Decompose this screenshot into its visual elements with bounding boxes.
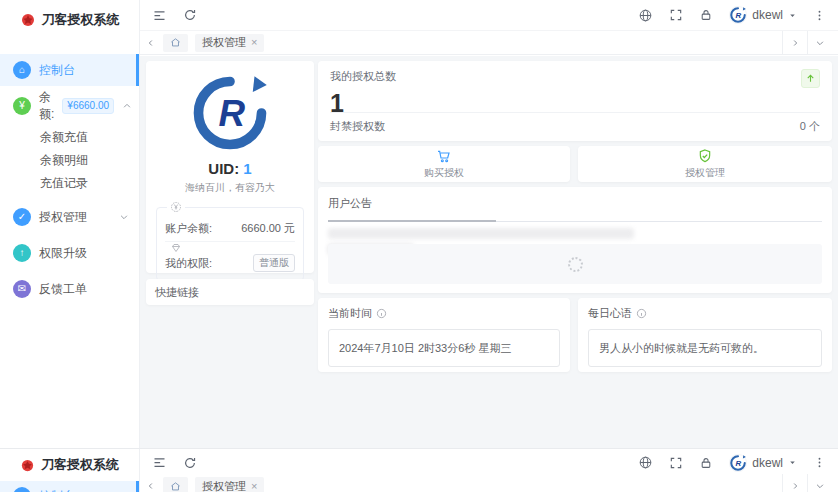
time-card-title: 当前时间 [328, 306, 372, 321]
quick-links-title: 快捷链接 [155, 285, 199, 300]
yen-circle-icon [167, 201, 185, 213]
home-icon: ⌂ [13, 61, 31, 79]
balance-submenu: 余额充值 余额明细 充值记录 [0, 126, 139, 195]
cart-icon [436, 148, 452, 164]
tabs-menu-dropdown[interactable] [807, 31, 832, 55]
tab-label: 授权管理 [202, 35, 246, 50]
sidebar-menu: ⌂ 控制台 ¥ 余额: ¥6660.00 余额充值 余额明细 充值记录 ✓ 授权… [0, 54, 139, 305]
arrow-up-icon [805, 73, 816, 84]
tabs-scroll-right[interactable] [782, 474, 807, 492]
tab-auth-manage[interactable]: 授权管理 × [195, 477, 264, 492]
sidebar-item-auth-manage[interactable]: ✓ 授权管理 [0, 201, 139, 233]
lock-icon[interactable] [699, 8, 713, 22]
tabs-menu-dropdown[interactable] [807, 474, 832, 492]
menu-fold-icon[interactable] [152, 8, 167, 23]
chevron-up-icon [122, 101, 132, 111]
app-logo[interactable]: 刀客授权系统 [0, 0, 139, 40]
tab-close-icon[interactable]: × [251, 481, 257, 492]
buy-auth-card[interactable]: 购买授权 [318, 146, 570, 182]
announcement-loading-area [328, 244, 822, 284]
home-icon [170, 481, 181, 492]
upgrade-icon: ↑ [13, 244, 31, 262]
sidebar-item-balance[interactable]: ¥ 余额: ¥6660.00 [0, 90, 139, 122]
fullscreen-icon[interactable] [669, 8, 683, 22]
tab-bar: 授权管理 × [140, 31, 838, 55]
svg-text:R: R [218, 93, 245, 134]
quote-card-title-row: 每日心语 [588, 306, 822, 321]
sidebar-item-ticket[interactable]: ✉ 反馈工单 [0, 273, 139, 305]
permission-label: 我的权限: [165, 256, 212, 271]
menu-fold-icon[interactable] [152, 455, 167, 470]
duplicate-header-section: 刀客授权系统 ⌂ 控制台 [0, 448, 838, 492]
app-title: 刀客授权系统 [41, 456, 119, 474]
sidebar-subitem-recharge[interactable]: 余额充值 [0, 126, 139, 149]
username: dkewl [752, 456, 783, 470]
refresh-icon[interactable] [183, 456, 197, 470]
sidebar-subitem-records[interactable]: 充值记录 [0, 172, 139, 195]
quote-value-box: 男人从小的时候就是无药可救的。 [588, 329, 822, 367]
logo-icon [20, 458, 35, 473]
manage-auth-card[interactable]: 授权管理 [578, 146, 832, 182]
tab-close-icon[interactable]: × [251, 37, 257, 48]
refresh-icon[interactable] [183, 8, 197, 22]
info-circle-icon [636, 308, 647, 319]
home-icon [170, 37, 181, 48]
time-value: 2024年7月10日 2时33分6秒 星期三 [339, 341, 511, 356]
caret-down-icon [788, 11, 797, 20]
app-title: 刀客授权系统 [42, 11, 120, 29]
sidebar-item-upgrade[interactable]: ↑ 权限升级 [0, 237, 139, 269]
ticket-icon: ✉ [13, 280, 31, 298]
loading-spinner-icon [568, 257, 583, 272]
sidebar-item-console[interactable]: ⌂ 控制台 [0, 481, 139, 492]
app-logo[interactable]: 刀客授权系统 [0, 451, 139, 479]
sidebar-item-console[interactable]: ⌂ 控制台 [0, 54, 139, 86]
logo-icon [20, 12, 36, 28]
tabs-scroll-right[interactable] [782, 31, 807, 55]
fullscreen-icon[interactable] [669, 456, 683, 470]
tabs-scroll-left[interactable] [146, 38, 156, 48]
tabbar-right-controls [782, 31, 832, 55]
current-time-card: 当前时间 2024年7月10日 2时33分6秒 星期三 [318, 298, 570, 372]
dashboard-content: R UID: 1 海纳百川，有容乃大 账户余额: 6660.00 元 [140, 56, 838, 448]
user-menu[interactable]: R dkewl [729, 6, 797, 24]
tabs-scroll-left[interactable] [146, 481, 156, 491]
sidebar-item-label: 余额: [39, 89, 54, 123]
top-toolbar: R dkewl [140, 449, 838, 476]
username: dkewl [752, 8, 783, 22]
buy-auth-label: 购买授权 [424, 166, 464, 180]
user-menu[interactable]: R dkewl [729, 454, 797, 472]
more-dots-icon[interactable] [813, 9, 826, 22]
home-icon: ⌂ [13, 487, 31, 492]
tab-home[interactable] [163, 477, 188, 492]
uid-line: UID: 1 [146, 160, 314, 177]
info-circle-icon [376, 308, 387, 319]
sidebar-item-label: 控制台 [39, 488, 75, 492]
sidebar-item-label: 反馈工单 [39, 281, 87, 298]
shield-check-icon [697, 148, 713, 164]
trend-up-button[interactable] [801, 69, 820, 88]
coin-icon: ¥ [13, 97, 31, 115]
announcement-title: 用户公告 [328, 196, 822, 211]
sidebar-item-label: 控制台 [39, 62, 75, 79]
stats-card: 我的授权总数 1 封禁授权数 0 个 [318, 61, 832, 141]
top-toolbar: R dkewl [140, 0, 838, 31]
lock-icon[interactable] [699, 456, 713, 470]
profile-card: R UID: 1 海纳百川，有容乃大 账户余额: 6660.00 元 [146, 61, 314, 273]
stats-footer: 封禁授权数 0 个 [330, 112, 820, 134]
language-globe-icon[interactable] [638, 455, 653, 470]
caret-down-icon [788, 458, 797, 467]
announcement-card: 用户公告 [318, 187, 832, 293]
tab-auth-manage[interactable]: 授权管理 × [195, 34, 264, 52]
language-globe-icon[interactable] [638, 8, 653, 23]
banned-value: 0 个 [800, 119, 820, 134]
stats-head: 我的授权总数 [330, 69, 820, 88]
shield-check-icon: ✓ [13, 208, 31, 226]
redacted-text-block [328, 228, 634, 239]
profile-motto: 海纳百川，有容乃大 [146, 181, 314, 195]
balance-row: 账户余额: 6660.00 元 [165, 216, 295, 242]
more-dots-icon[interactable] [813, 456, 826, 469]
profile-info-box: 账户余额: 6660.00 元 我的权限: 普通版 [156, 207, 304, 281]
sidebar-subitem-detail[interactable]: 余额明细 [0, 149, 139, 172]
tab-home[interactable] [163, 34, 188, 52]
stats-title: 我的授权总数 [330, 69, 396, 84]
